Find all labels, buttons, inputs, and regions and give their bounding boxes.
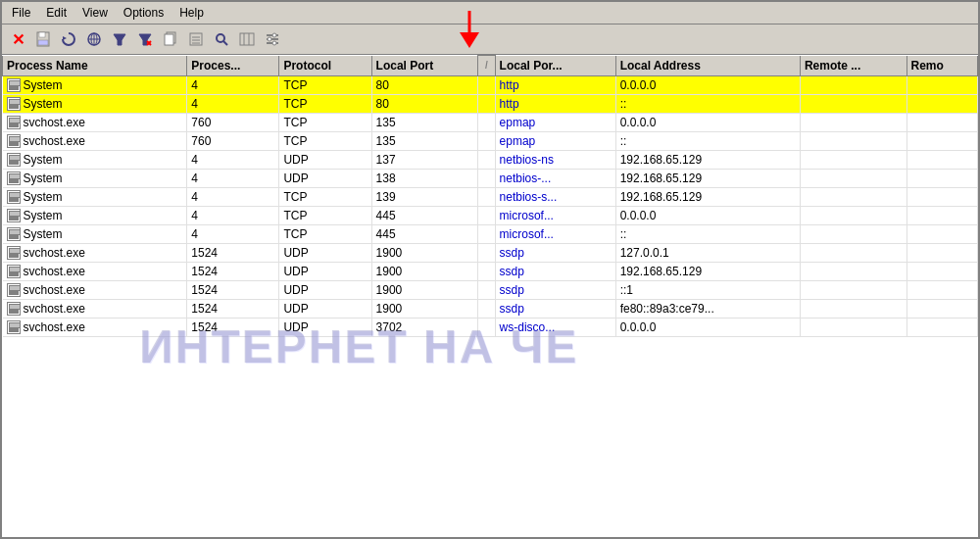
cell-divider <box>478 299 495 318</box>
cell-process-name: System <box>3 75 187 94</box>
table-row[interactable]: System 4 TCP 80 http :: <box>3 94 978 113</box>
cell-protocol: TCP <box>279 94 371 113</box>
cell-remote <box>800 280 906 299</box>
table-scroll[interactable]: Process Name Proces... Protocol Local Po… <box>2 55 978 537</box>
table-row[interactable]: svchost.exe 1524 UDP 1900 ssdp 192.168.6… <box>3 262 978 280</box>
cell-remote <box>800 187 906 206</box>
menubar: File Edit View Options Help <box>2 2 978 24</box>
cell-local-address: :: <box>615 94 800 113</box>
table-row[interactable]: System 4 TCP 445 microsof... :: <box>3 224 978 243</box>
col-header-local-address[interactable]: Local Address <box>615 56 800 76</box>
table-row[interactable]: svchost.exe 760 TCP 135 epmap 0.0.0.0 <box>3 113 978 131</box>
cell-process-id: 760 <box>187 131 279 150</box>
col-header-process-id[interactable]: Proces... <box>187 56 279 76</box>
cell-process-id: 4 <box>187 94 279 113</box>
filter-button[interactable] <box>108 27 131 51</box>
toolbar: ✕ <box>2 24 978 55</box>
menu-view[interactable]: View <box>76 4 114 22</box>
process-icon <box>7 320 21 334</box>
cell-protocol: UDP <box>279 169 371 187</box>
table-row[interactable]: System 4 TCP 445 microsof... 0.0.0.0 <box>3 206 978 224</box>
refresh-button[interactable] <box>57 27 80 51</box>
table-row[interactable]: System 4 UDP 137 netbios-ns 192.168.65.1… <box>3 150 978 169</box>
properties-button[interactable] <box>184 27 208 51</box>
cell-divider <box>478 150 495 169</box>
cell-remote <box>800 75 906 94</box>
cell-local-port: 445 <box>371 206 478 224</box>
cell-local-port: 137 <box>371 150 478 169</box>
svg-marker-8 <box>114 34 125 45</box>
col-header-local-por2[interactable]: Local Por... <box>495 56 615 76</box>
col-header-local-port[interactable]: Local Port <box>371 56 478 76</box>
cell-local-por2: ws-disco... <box>495 318 615 336</box>
cell-process-name: svchost.exe <box>3 280 187 299</box>
cell-local-por2: epmap <box>495 131 615 150</box>
cell-local-por2: http <box>495 94 615 113</box>
table-row[interactable]: svchost.exe 1524 UDP 1900 ssdp ::1 <box>3 280 978 299</box>
cell-divider <box>478 206 495 224</box>
menu-help[interactable]: Help <box>173 4 210 22</box>
cell-local-port: 1900 <box>371 299 478 318</box>
cell-local-port: 80 <box>371 75 478 94</box>
process-icon <box>7 97 21 111</box>
main-window: File Edit View Options Help ✕ <box>0 0 980 539</box>
cell-local-port: 139 <box>371 187 478 206</box>
table-container: ИНТЕРНЕТ НА ЧЕ Process Name Proces... Pr… <box>2 55 978 537</box>
cell-protocol: UDP <box>279 262 371 280</box>
cell-process-id: 760 <box>187 113 279 131</box>
table-row[interactable]: svchost.exe 1524 UDP 1900 ssdp fe80::89a… <box>3 299 978 318</box>
cell-process-id: 4 <box>187 75 279 94</box>
menu-file[interactable]: File <box>6 4 36 22</box>
find-button[interactable] <box>210 27 233 51</box>
cell-process-id: 1524 <box>187 243 279 262</box>
svg-marker-3 <box>63 36 67 40</box>
cell-remote2 <box>906 187 977 206</box>
cell-local-por2: ssdp <box>495 262 615 280</box>
menu-options[interactable]: Options <box>118 4 170 22</box>
table-row[interactable]: System 4 UDP 138 netbios-... 192.168.65.… <box>3 169 978 187</box>
table-row[interactable]: svchost.exe 760 TCP 135 epmap :: <box>3 131 978 150</box>
clear-filter-button[interactable] <box>133 27 157 51</box>
process-icon <box>7 209 21 222</box>
cell-protocol: UDP <box>279 150 371 169</box>
cell-local-port: 1900 <box>371 243 478 262</box>
svg-rect-20 <box>240 33 254 45</box>
menu-edit[interactable]: Edit <box>40 4 73 22</box>
svg-line-19 <box>223 41 227 45</box>
save-button[interactable] <box>31 27 55 51</box>
cell-remote <box>800 243 906 262</box>
svg-point-28 <box>272 41 276 45</box>
cell-local-address: 0.0.0.0 <box>615 318 800 336</box>
options-button[interactable] <box>261 27 284 51</box>
cell-remote <box>800 94 906 113</box>
network-button[interactable] <box>82 27 106 51</box>
cell-local-por2: microsof... <box>495 224 615 243</box>
table-row[interactable]: System 4 TCP 139 netbios-s... 192.168.65… <box>3 187 978 206</box>
process-icon <box>7 78 21 92</box>
cell-local-port: 1900 <box>371 262 478 280</box>
table-row[interactable]: svchost.exe 1524 UDP 1900 ssdp 127.0.0.1 <box>3 243 978 262</box>
process-icon <box>7 265 21 278</box>
cell-local-por2: netbios-s... <box>495 187 615 206</box>
col-header-remote[interactable]: Remote ... <box>800 56 906 76</box>
copy-button[interactable] <box>159 27 182 51</box>
col-header-protocol[interactable]: Protocol <box>279 56 371 76</box>
col-header-remote2[interactable]: Remo <box>906 56 977 76</box>
cell-process-name: System <box>3 94 187 113</box>
cell-divider <box>478 187 495 206</box>
cell-local-address: :: <box>615 131 800 150</box>
cell-local-address: ::1 <box>615 280 800 299</box>
cell-remote2 <box>906 75 977 94</box>
table-row[interactable]: svchost.exe 1524 UDP 3702 ws-disco... 0.… <box>3 318 978 336</box>
close-button[interactable]: ✕ <box>6 27 29 51</box>
col-header-process-name[interactable]: Process Name <box>3 56 187 76</box>
columns-button[interactable] <box>235 27 259 51</box>
process-icon <box>7 302 21 316</box>
table-row[interactable]: System 4 TCP 80 http 0.0.0.0 <box>3 75 978 94</box>
cell-remote <box>800 150 906 169</box>
process-icon <box>7 283 21 297</box>
cell-remote <box>800 224 906 243</box>
cell-process-name: svchost.exe <box>3 262 187 280</box>
cell-divider <box>478 131 495 150</box>
col-header-divider[interactable]: / <box>478 56 495 76</box>
